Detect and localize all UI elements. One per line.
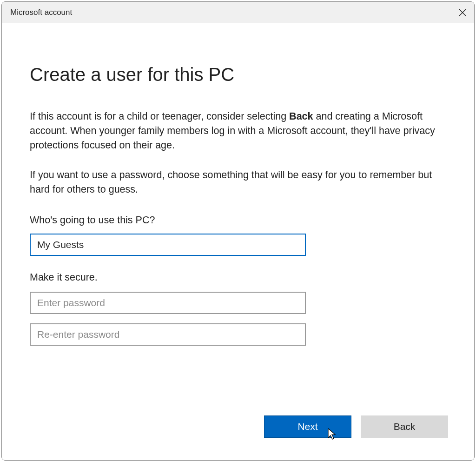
close-icon xyxy=(459,9,466,16)
secure-label: Make it secure. xyxy=(30,272,446,283)
window-title: Microsoft account xyxy=(10,8,72,17)
dialog-window: Microsoft account Create a user for this… xyxy=(1,1,475,461)
password-hint-paragraph: If you want to use a password, choose so… xyxy=(30,168,446,197)
button-row: Next Back xyxy=(264,415,448,438)
dialog-content: Create a user for this PC If this accoun… xyxy=(2,23,474,460)
password-input[interactable] xyxy=(30,292,306,314)
username-label: Who's going to use this PC? xyxy=(30,214,446,226)
next-button[interactable]: Next xyxy=(264,415,351,438)
page-heading: Create a user for this PC xyxy=(30,64,446,85)
close-button[interactable] xyxy=(451,2,474,23)
confirm-password-input[interactable] xyxy=(30,323,306,346)
intro-text-bold: Back xyxy=(289,111,313,122)
back-button[interactable]: Back xyxy=(361,415,448,438)
intro-text-pre: If this account is for a child or teenag… xyxy=(30,111,289,122)
titlebar: Microsoft account xyxy=(2,2,474,23)
username-input[interactable] xyxy=(30,234,306,256)
intro-paragraph: If this account is for a child or teenag… xyxy=(30,109,446,153)
